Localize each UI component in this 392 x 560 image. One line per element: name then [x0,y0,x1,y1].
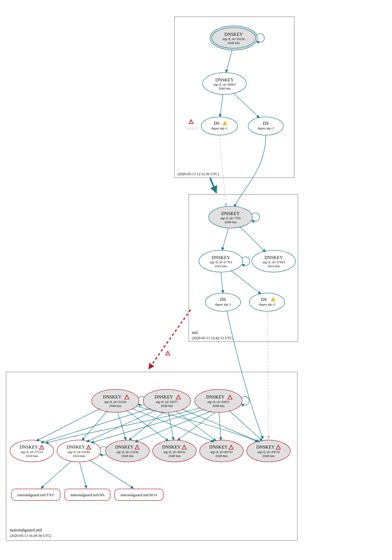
selfloop-root-ksk [256,34,264,42]
svg-text:alg=8, id=47763: alg=8, id=47763 [210,260,232,264]
deleg-mil-ng [149,310,191,369]
svg-text:alg=8, id=49541: alg=8, id=49541 [164,450,186,454]
svg-text:1024 bits: 1024 bits [268,264,280,268]
zone-label-ng: nationalguard.mil [10,528,42,532]
zone-time-ng: (2020-05-13 16:29:38 UTC) [10,534,51,538]
svg-point-33 [249,293,285,311]
svg-text:2048 bits: 2048 bits [168,454,181,458]
svg-point-30 [205,293,241,311]
svg-text:alg=8, id=27843: alg=8, id=27843 [263,260,285,264]
node-mil-zsk1: DNSKEY alg=8, id=47763 1024 bits [199,250,243,272]
node-ng-k27214: DNSKEY alg=8, id=27214 1024 bits ! [10,440,54,462]
svg-text:DNSKEY: DNSKEY [215,77,234,82]
zone-time-mil: (2020-05-13 12:42:12 UTC) [192,336,233,340]
edge-ds1-milksk [219,135,226,207]
svg-text:alg=8, id=7765: alg=8, id=7765 [220,216,241,220]
edge-milds2-ng43570 [268,311,269,439]
node-root-zsk: DNSKEY alg=8, id=48903 2048 bits [203,73,246,94]
node-root-ksk: DNSKEY alg=8, id=20326 2048 bits [210,26,257,50]
node-mil-zsk2: DNSKEY alg=8, id=27843 1024 bits [252,250,296,272]
edge-59184-txt [41,461,71,488]
svg-text:!: ! [278,446,279,449]
node-ng-soa: nationalguard.mil/SOA [115,489,163,500]
svg-text:DNSKEY: DNSKEY [185,126,199,131]
node-ng-k40714: DNSKEY alg=8, id=40714 2048 bits ! [200,440,243,462]
svg-text:!: ! [167,352,168,355]
dnssec-graph: . (2020-05-13 12:12:36 UTC) DNSKEY alg=8… [0,0,392,560]
svg-text:DS: DS [220,297,226,302]
svg-text:DS: DS [261,297,267,302]
node-ng-txt: nationalguard.mil/TXT [12,489,60,500]
edge-milds1-ng43570 [227,311,263,439]
error-icon: ! [166,351,170,355]
edge-rootzsk-ds1 [220,94,223,117]
svg-text:!: ! [178,396,179,399]
selfloop-mil-zsk1 [242,257,250,265]
svg-point-9 [201,117,238,135]
svg-text:!: ! [137,446,137,449]
svg-text:2048 bits: 2048 bits [262,454,275,458]
edge-milksk-zsk2 [240,226,265,252]
zone-label-root: . [177,166,179,171]
svg-text:1024 bits: 1024 bits [26,454,38,458]
node-ng-k49541: DNSKEY alg=8, id=49541 2048 bits ! [153,440,196,462]
node-ng-k10972: DNSKEY alg=8, id=10972 2048 bits ! [195,389,242,412]
svg-text:alg=8, id=10972: alg=8, id=10972 [208,400,230,404]
node-ng-k43570: DNSKEY alg=8, id=43570 2048 bits ! [247,440,290,462]
svg-text:!: ! [184,446,184,449]
svg-text:!: ! [231,446,231,449]
svg-text:nationalguard.mil/TXT: nationalguard.mil/TXT [18,493,54,497]
svg-text:!: ! [191,120,191,124]
svg-text:2048 bits: 2048 bits [228,41,240,45]
edge-rootzsk-ds2 [234,93,259,118]
edge-milzsk1-ds1 [221,272,223,293]
zone-time-root: (2020-05-13 12:12:36 UTC) [177,172,219,176]
svg-text:DNSKEY: DNSKEY [67,445,85,449]
svg-text:alg=8, id=22436: alg=8, id=22436 [117,450,139,454]
svg-text:alg=8, id=59184: alg=8, id=59184 [68,450,90,454]
error-icon: ! [189,120,193,124]
node-root-ds2: DS digest alg=2 [248,117,283,135]
node-ng-k22436: DNSKEY alg=8, id=22436 2048 bits ! [106,440,149,462]
edge-rootksk-rootzsk [226,50,232,73]
svg-text:!: ! [41,446,42,449]
edge-59184-ns [79,462,86,488]
svg-text:alg=8, id=33194: alg=8, id=33194 [104,400,127,404]
svg-text:DNSKEY: DNSKEY [221,211,240,216]
svg-text:DNSKEY: DNSKEY [209,445,228,449]
svg-text:digest alg=2: digest alg=2 [215,302,231,306]
svg-text:digest alg=1: digest alg=1 [211,126,228,130]
svg-text:DNSKEY: DNSKEY [103,394,122,399]
svg-text:DNSKEY: DNSKEY [20,445,38,449]
svg-text:2048 bits: 2048 bits [121,454,134,458]
node-root-ds1: DS digest alg=1 ! [201,117,238,135]
svg-text:1024 bits: 1024 bits [215,264,227,268]
svg-text:2048 bits: 2048 bits [225,220,237,224]
deleg-root-mil [210,178,216,193]
svg-text:nationalguard.mil/SOA: nationalguard.mil/SOA [120,493,157,497]
svg-text:alg=8, id=27214: alg=8, id=27214 [21,450,43,454]
svg-text:digest alg=1: digest alg=1 [259,302,275,306]
svg-text:alg=8, id=43570: alg=8, id=43570 [258,450,280,454]
svg-text:2048 bits: 2048 bits [218,87,231,90]
svg-point-13 [248,117,283,135]
svg-text:2048 bits: 2048 bits [109,404,122,408]
node-ng-ns: nationalguard.mil/NS [65,489,110,500]
node-mil-ds2: DS digest alg=1 ! [249,293,285,311]
svg-text:alg=8, id=20326: alg=8, id=20326 [223,37,245,41]
svg-text:DNSKEY: DNSKEY [162,445,181,449]
svg-text:DNSKEY: DNSKEY [206,394,225,399]
svg-text:DNSKEY: DNSKEY [265,255,283,260]
svg-text:!: ! [88,446,89,449]
node-ng-k59184: DNSKEY alg=8, id=59184 1024 bits ! [57,440,101,462]
zone-label-mil: mil [192,330,198,335]
svg-text:DNSKEY: DNSKEY [256,445,275,449]
svg-text:DS: DS [214,121,219,126]
svg-text:alg=8, id=40714: alg=8, id=40714 [211,450,233,454]
svg-text:nationalguard.mil/NS: nationalguard.mil/NS [70,493,104,497]
node-mil-ksk: DNSKEY alg=8, id=7765 2048 bits [209,206,252,228]
edge-ds2-milksk [234,135,266,207]
svg-text:2048 bits: 2048 bits [212,404,225,408]
node-mil-ds1: DS digest alg=2 [205,293,241,311]
svg-text:DNSKEY: DNSKEY [115,445,134,449]
